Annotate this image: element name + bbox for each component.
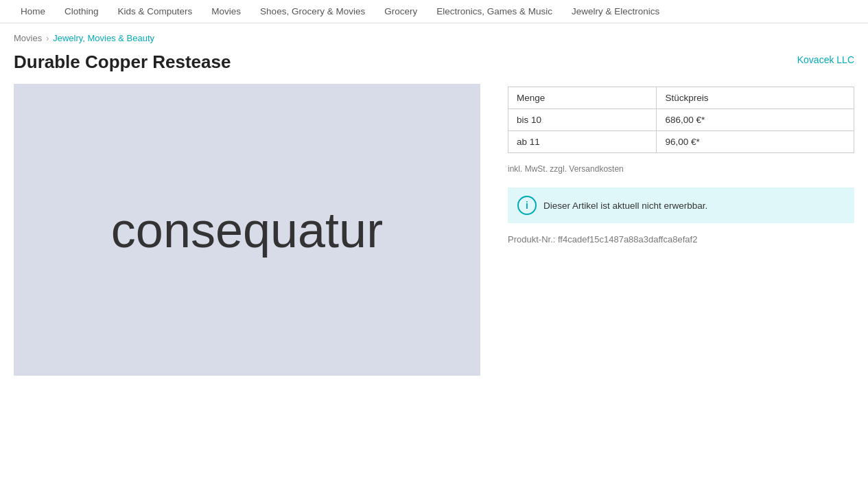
price-cell-1: 686,00 €* (657, 109, 854, 131)
page-header: Durable Copper Restease Kovacek LLC (0, 49, 868, 84)
right-panel: Menge Stückpreis bis 10 686,00 €* ab 11 … (508, 84, 854, 376)
product-image: consequatur (14, 84, 480, 376)
product-title: Durable Copper Restease (14, 52, 231, 73)
tax-info: inkl. MwSt. zzgl. Versandkosten (508, 161, 854, 177)
quantity-cell-2: ab 11 (508, 131, 657, 153)
product-image-text: consequatur (111, 202, 383, 258)
info-banner: i Dieser Artikel ist aktuell nicht erwer… (508, 187, 854, 223)
main-content: consequatur Menge Stückpreis bis 10 686,… (0, 84, 868, 376)
info-icon: i (517, 196, 537, 215)
table-row: ab 11 96,00 €* (508, 131, 854, 153)
main-nav: Home Clothing Kids & Computers Movies Sh… (0, 0, 868, 23)
nav-item-electronics-games-music[interactable]: Electronics, Games & Music (427, 0, 562, 23)
nav-item-jewelry-electronics[interactable]: Jewelry & Electronics (562, 0, 669, 23)
nav-item-home[interactable]: Home (11, 0, 55, 23)
table-row: bis 10 686,00 €* (508, 109, 854, 131)
product-nr-value: ff4cadef15c1487a88a3daffca8efaf2 (558, 234, 697, 244)
nav-item-shoes-grocery-movies[interactable]: Shoes, Grocery & Movies (250, 0, 375, 23)
price-cell-2: 96,00 €* (657, 131, 854, 153)
col-quantity-header: Menge (508, 87, 657, 109)
nav-item-clothing[interactable]: Clothing (55, 0, 108, 23)
breadcrumb: Movies › Jewelry, Movies & Beauty (0, 23, 868, 49)
breadcrumb-current[interactable]: Jewelry, Movies & Beauty (53, 33, 154, 43)
product-number: Produkt-Nr.: ff4cadef15c1487a88a3daffca8… (508, 234, 854, 244)
breadcrumb-separator: › (46, 34, 49, 43)
quantity-cell-1: bis 10 (508, 109, 657, 131)
col-price-header: Stückpreis (657, 87, 854, 109)
brand-name[interactable]: Kovacek LLC (797, 54, 854, 65)
nav-item-kids-computers[interactable]: Kids & Computers (108, 0, 202, 23)
product-nr-label: Produkt-Nr.: (508, 234, 555, 244)
unavailable-message: Dieser Artikel ist aktuell nicht erwerbb… (543, 201, 707, 211)
nav-item-grocery[interactable]: Grocery (375, 0, 427, 23)
breadcrumb-parent[interactable]: Movies (14, 33, 42, 43)
nav-item-movies[interactable]: Movies (202, 0, 250, 23)
price-table: Menge Stückpreis bis 10 686,00 €* ab 11 … (508, 87, 854, 153)
